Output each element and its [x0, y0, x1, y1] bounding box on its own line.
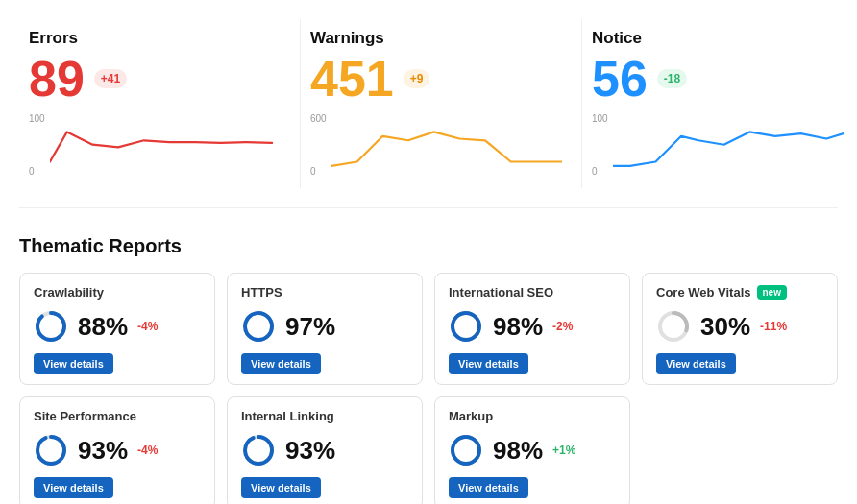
report-title-site-performance: Site Performance: [34, 409, 201, 423]
report-percent-markup: 98%: [493, 436, 543, 466]
report-value-row-markup: 98%+1%: [449, 433, 616, 468]
report-value-row-site-performance: 93%-4%: [34, 433, 201, 468]
reports-grid-row2: Site Performance93%-4%View detailsIntern…: [19, 396, 838, 504]
svg-point-13: [453, 437, 479, 464]
metrics-row: Errors89+411000Warnings451+96000Notice56…: [19, 19, 838, 208]
reports-grid-row1: Crawlability88%-4%View detailsHTTPS97%Vi…: [19, 273, 838, 385]
donut-crawlability: [34, 309, 68, 344]
metric-value-warnings: 451: [310, 54, 394, 104]
view-details-button-site-performance[interactable]: View details: [34, 477, 113, 498]
new-badge-core-web-vitals: new: [757, 285, 787, 300]
metric-value-row-errors: 89+41: [29, 54, 281, 104]
report-value-row-https: 97%: [241, 309, 408, 344]
donut-international-seo: [449, 309, 483, 344]
report-title-international-seo: International SEO: [449, 285, 616, 300]
report-delta-site-performance: -4%: [137, 444, 158, 457]
view-details-button-crawlability[interactable]: View details: [34, 353, 113, 374]
report-value-row-international-seo: 98%-2%: [449, 309, 616, 344]
view-details-button-https[interactable]: View details: [241, 353, 321, 374]
report-title-core-web-vitals: Core Web Vitalsnew: [656, 285, 823, 300]
metric-badge-warnings: +9: [404, 69, 430, 88]
chart-svg-errors: [50, 111, 281, 178]
report-card-https: HTTPS97%View details: [227, 273, 423, 385]
report-delta-crawlability: -4%: [137, 320, 158, 333]
svg-point-5: [453, 313, 479, 340]
metric-title-errors: Errors: [29, 29, 281, 48]
report-card-core-web-vitals: Core Web Vitalsnew30%-11%View details: [642, 273, 838, 385]
report-title-crawlability: Crawlability: [34, 285, 201, 300]
view-details-button-international-seo[interactable]: View details: [449, 353, 528, 374]
donut-core-web-vitals: [656, 309, 691, 344]
metric-value-row-warnings: 451+9: [310, 54, 562, 104]
chart-svg-warnings: [331, 111, 562, 178]
view-details-button-core-web-vitals[interactable]: View details: [656, 353, 736, 374]
metric-value-row-notice: 56-18: [592, 54, 844, 104]
report-percent-international-seo: 98%: [493, 312, 543, 342]
section-title: Thematic Reports: [19, 235, 838, 257]
view-details-button-markup[interactable]: View details: [449, 477, 528, 498]
metric-title-notice: Notice: [592, 29, 844, 48]
report-card-international-seo: International SEO98%-2%View details: [434, 273, 630, 385]
chart-area-warnings: 6000: [310, 111, 562, 179]
report-card-internal-linking: Internal Linking93%View details: [227, 396, 423, 504]
report-delta-core-web-vitals: -11%: [760, 320, 787, 333]
report-percent-internal-linking: 93%: [285, 436, 335, 466]
report-card-markup: Markup98%+1%View details: [434, 396, 630, 504]
svg-point-11: [245, 437, 272, 464]
metric-value-errors: 89: [29, 54, 85, 104]
svg-point-3: [245, 313, 272, 340]
donut-markup: [449, 433, 483, 468]
report-delta-international-seo: -2%: [552, 320, 573, 333]
donut-internal-linking: [241, 433, 276, 468]
metric-card-errors: Errors89+411000: [19, 19, 301, 188]
report-percent-core-web-vitals: 30%: [700, 312, 750, 342]
metric-value-notice: 56: [592, 54, 648, 104]
report-percent-crawlability: 88%: [78, 312, 128, 342]
chart-svg-notice: [613, 111, 844, 178]
report-value-row-internal-linking: 93%: [241, 433, 408, 468]
report-card-crawlability: Crawlability88%-4%View details: [19, 273, 215, 385]
donut-https: [241, 309, 276, 344]
metric-badge-notice: -18: [657, 69, 687, 88]
report-percent-site-performance: 93%: [78, 436, 128, 466]
report-value-row-core-web-vitals: 30%-11%: [656, 309, 823, 344]
metric-title-warnings: Warnings: [310, 29, 562, 48]
chart-labels-errors: 1000: [29, 111, 50, 179]
donut-site-performance: [34, 433, 68, 468]
svg-point-9: [37, 437, 64, 464]
report-card-empty: [642, 396, 838, 504]
chart-area-notice: 1000: [592, 111, 844, 179]
report-title-internal-linking: Internal Linking: [241, 409, 408, 423]
metric-card-notice: Notice56-181000: [582, 19, 857, 188]
chart-labels-notice: 1000: [592, 111, 613, 179]
report-delta-markup: +1%: [552, 444, 575, 457]
view-details-button-internal-linking[interactable]: View details: [241, 477, 321, 498]
metric-card-warnings: Warnings451+96000: [301, 19, 582, 188]
report-value-row-crawlability: 88%-4%: [34, 309, 201, 344]
metric-badge-errors: +41: [94, 69, 127, 88]
svg-point-1: [37, 313, 64, 340]
report-title-https: HTTPS: [241, 285, 408, 300]
report-percent-https: 97%: [285, 312, 335, 342]
chart-area-errors: 1000: [29, 111, 281, 179]
report-card-site-performance: Site Performance93%-4%View details: [19, 396, 215, 504]
thematic-reports-section: Thematic Reports Crawlability88%-4%View …: [19, 235, 838, 504]
chart-labels-warnings: 6000: [310, 111, 331, 179]
report-title-markup: Markup: [449, 409, 616, 423]
